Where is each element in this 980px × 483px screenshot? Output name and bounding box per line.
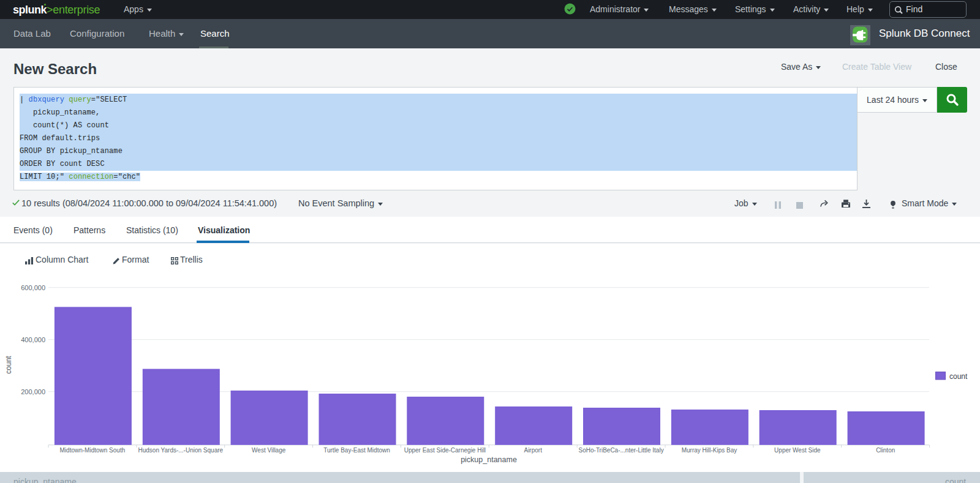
svg-text:West Village: West Village bbox=[252, 447, 286, 454]
svg-text:Upper West Side: Upper West Side bbox=[774, 447, 821, 454]
svg-text:Turtle Bay-East Midtown: Turtle Bay-East Midtown bbox=[323, 447, 390, 454]
svg-text:Clinton: Clinton bbox=[876, 447, 895, 454]
svg-text:count: count bbox=[949, 372, 968, 381]
svg-text:Airport: Airport bbox=[524, 447, 542, 454]
svg-text:600,000: 600,000 bbox=[21, 284, 45, 291]
svg-text:count: count bbox=[4, 356, 13, 374]
svg-text:Hudson Yards-...-Union Square: Hudson Yards-...-Union Square bbox=[138, 447, 224, 454]
svg-text:200,000: 200,000 bbox=[21, 388, 45, 395]
svg-text:400,000: 400,000 bbox=[21, 336, 45, 343]
svg-text:SoHo-TriBeCa-...nter-Little It: SoHo-TriBeCa-...nter-Little Italy bbox=[579, 447, 664, 454]
svg-text:Murray Hill-Kips Bay: Murray Hill-Kips Bay bbox=[682, 447, 737, 454]
svg-text:pickup_ntaname: pickup_ntaname bbox=[461, 455, 517, 464]
svg-text:Midtown-Midtown South: Midtown-Midtown South bbox=[60, 447, 126, 454]
svg-text:Upper East Side-Carnegie Hill: Upper East Side-Carnegie Hill bbox=[404, 447, 486, 454]
